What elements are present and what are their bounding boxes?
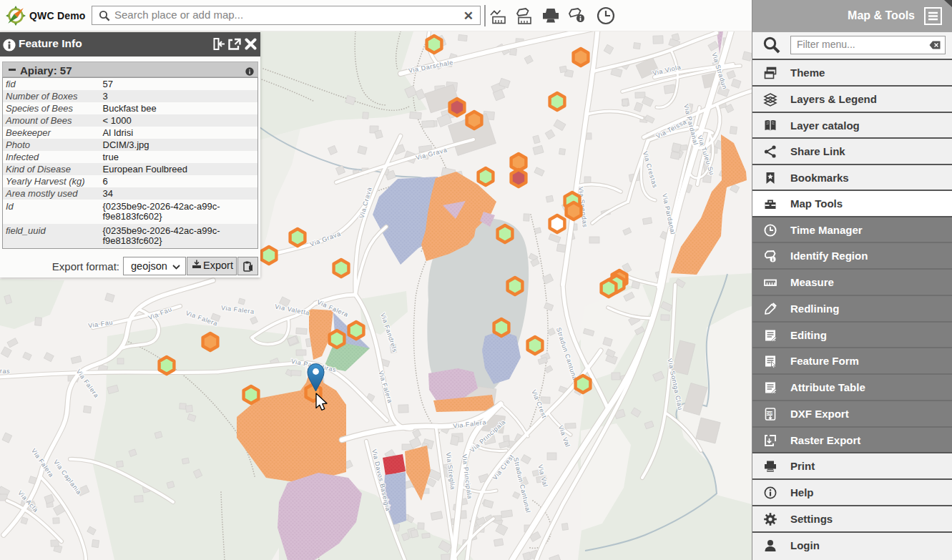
svg-text:Via Pattadiras: Via Pattadiras xyxy=(0,366,10,375)
svg-text:DXF: DXF xyxy=(766,412,772,416)
